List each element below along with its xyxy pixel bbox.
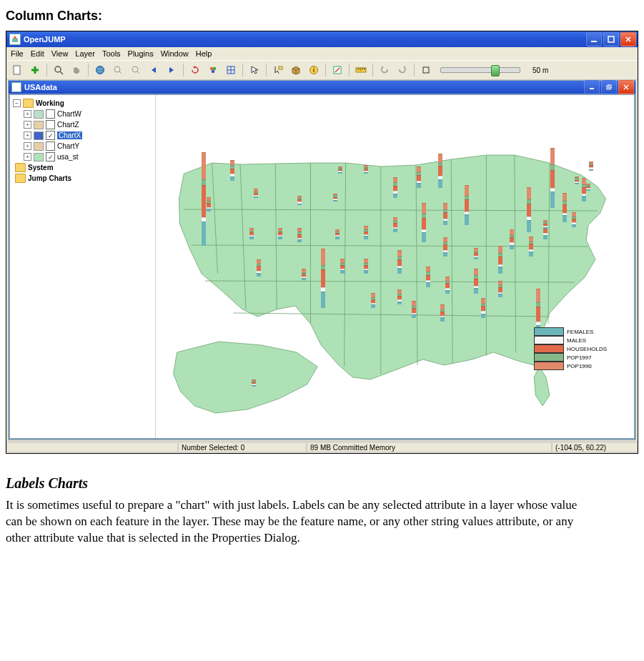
zoom-previous-icon[interactable]	[110, 62, 126, 78]
column-chart-mark	[297, 196, 302, 205]
svg-point-8	[210, 67, 214, 71]
expand-icon[interactable]: +	[24, 131, 31, 139]
column-chart-mark	[510, 229, 514, 249]
column-segment	[445, 290, 450, 294]
tree-layer-item[interactable]: +✓ChartX	[13, 130, 152, 141]
collapse-icon[interactable]: −	[13, 99, 21, 107]
layer-label: ChartZ	[57, 121, 79, 129]
outline-icon[interactable]	[418, 62, 434, 78]
column-segment	[498, 267, 502, 274]
column-segment	[536, 289, 540, 302]
legend-swatch-icon	[534, 362, 564, 370]
undo-icon[interactable]	[377, 62, 392, 78]
svg-rect-2	[608, 36, 614, 42]
column-segment	[529, 244, 533, 249]
expand-icon[interactable]: +	[24, 110, 31, 118]
tree-group-system[interactable]: System	[13, 162, 152, 173]
column-chart-mark	[586, 184, 590, 191]
column-segment	[586, 189, 590, 191]
slider-thumb-icon[interactable]	[491, 65, 500, 76]
column-segment	[529, 237, 533, 242]
column-chart-mark	[338, 167, 342, 174]
svg-rect-12	[279, 66, 282, 69]
palette-icon[interactable]	[205, 62, 221, 78]
column-segment	[550, 164, 555, 170]
legend-label: FEMALES	[567, 329, 593, 335]
column-segment	[510, 229, 514, 235]
map-view[interactable]: FEMALESMALESHOUSEHOLDSPOP1997POP1990	[156, 95, 634, 438]
column-chart-mark	[340, 259, 345, 273]
child-close-button[interactable]	[618, 80, 634, 94]
column-chart-mark	[529, 237, 533, 257]
minimize-button[interactable]	[586, 32, 602, 46]
tree-layer-item[interactable]: +ChartZ	[13, 119, 152, 130]
column-segment	[481, 314, 485, 319]
column-segment	[440, 317, 445, 321]
menu-file[interactable]: File	[11, 49, 24, 58]
forward-icon[interactable]	[164, 62, 179, 78]
tree-group-jump-charts[interactable]: Jump Charts	[13, 173, 152, 184]
column-segment	[582, 196, 586, 202]
menu-view[interactable]: View	[51, 49, 69, 58]
tree-group-working[interactable]: − Working	[13, 98, 152, 109]
scale-slider[interactable]	[440, 67, 520, 73]
maximize-button[interactable]	[603, 32, 619, 46]
menu-edit[interactable]: Edit	[31, 49, 44, 58]
tree-group-label: System	[28, 164, 54, 172]
tree-layer-item[interactable]: +✓usa_st	[13, 151, 152, 162]
scale-label: 50 m	[532, 66, 548, 74]
layer-visibility-checkbox[interactable]: ✓	[46, 152, 55, 161]
menu-tools[interactable]: Tools	[102, 49, 121, 58]
layer-visibility-checkbox[interactable]	[46, 120, 55, 129]
layer-visibility-checkbox[interactable]	[46, 109, 55, 119]
new-icon[interactable]	[9, 62, 25, 78]
back-icon[interactable]	[146, 62, 162, 78]
svg-point-5	[96, 66, 104, 74]
menu-window[interactable]: Window	[161, 49, 189, 58]
add-layer-icon[interactable]	[27, 62, 43, 78]
menu-plugins[interactable]: Plugins	[128, 49, 154, 58]
column-chart-mark	[207, 197, 211, 212]
column-segment	[474, 257, 478, 259]
column-segment	[481, 306, 485, 312]
column-chart-mark	[443, 203, 447, 225]
column-segment	[536, 307, 540, 322]
zoom-icon[interactable]	[51, 62, 66, 78]
close-button[interactable]	[620, 32, 636, 46]
identify-icon[interactable]: i	[306, 62, 322, 78]
redo-icon[interactable]	[395, 62, 410, 78]
menu-help[interactable]: Help	[196, 49, 212, 58]
layer-swatch-icon	[34, 131, 44, 140]
expand-icon[interactable]: +	[24, 142, 31, 150]
select-icon[interactable]	[247, 62, 262, 78]
expand-icon[interactable]: +	[24, 153, 31, 161]
column-segment	[364, 270, 368, 273]
legend-label: POP1990	[567, 363, 592, 369]
edit-icon[interactable]	[330, 62, 345, 78]
column-chart-mark	[572, 212, 576, 227]
info-icon[interactable]	[270, 62, 286, 78]
layer-visibility-checkbox[interactable]: ✓	[46, 131, 55, 140]
menu-layer[interactable]: Layer	[75, 49, 95, 58]
pan-icon[interactable]	[69, 62, 84, 78]
folder-icon	[15, 163, 26, 172]
child-restore-button[interactable]	[601, 80, 617, 94]
grid-icon[interactable]	[223, 62, 239, 78]
measure-icon[interactable]	[353, 62, 369, 78]
legend-swatch-icon	[534, 327, 564, 336]
legend-row: MALES	[534, 336, 607, 344]
package-icon[interactable]	[288, 62, 304, 78]
column-chart-mark	[498, 246, 502, 274]
refresh-icon[interactable]	[187, 62, 203, 78]
column-segment	[465, 199, 469, 211]
child-minimize-button[interactable]	[584, 80, 600, 94]
expand-icon[interactable]: +	[24, 121, 31, 129]
zoom-next-icon[interactable]	[128, 62, 144, 78]
tree-layer-item[interactable]: +ChartW	[13, 109, 152, 119]
column-segment	[340, 270, 345, 273]
tree-layer-item[interactable]: +ChartY	[13, 141, 152, 151]
layer-visibility-checkbox[interactable]	[46, 141, 55, 151]
globe-icon[interactable]	[92, 62, 108, 78]
svg-point-6	[114, 66, 120, 72]
layer-tree: − Working +ChartW+ChartZ+✓ChartX+ChartY+…	[10, 95, 156, 438]
